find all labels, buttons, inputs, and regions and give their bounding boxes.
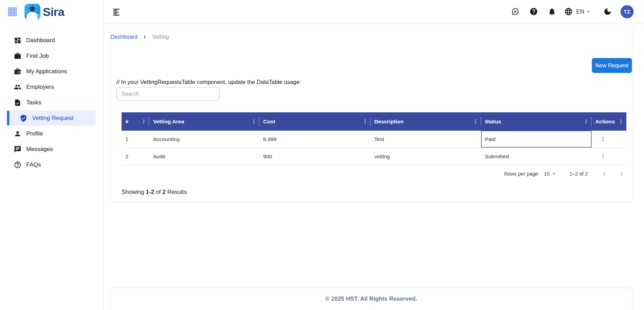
cell-status[interactable]: Submitted: [481, 148, 592, 165]
brand-name: Sira: [43, 5, 64, 19]
briefcase-clock-icon: [14, 68, 21, 75]
column-menu-icon[interactable]: [473, 119, 479, 124]
table-pagination: Rows per page: 10 1–2 of 2: [122, 167, 626, 181]
cell-cost: 8,999: [259, 131, 371, 148]
sidebar-item-tasks[interactable]: Tasks: [0, 95, 103, 110]
breadcrumb-link-dashboard[interactable]: Dashboard: [110, 34, 137, 40]
person-icon: [14, 130, 21, 138]
cell-status-focused[interactable]: Paid: [481, 131, 592, 148]
breadcrumb-current-vetting: Vetting: [152, 34, 169, 40]
sidebar-item-messages[interactable]: Messages: [0, 141, 103, 157]
rows-per-page-label: Rows per page:: [504, 171, 539, 177]
previous-page-icon[interactable]: [599, 169, 609, 179]
dark-mode-moon-icon[interactable]: [603, 7, 612, 16]
table-row: 2 Audit 900 vetting Submitted: [122, 148, 626, 165]
dev-note-text: // In your VettingRequestsTable componen…: [116, 79, 301, 85]
sidebar-item-dashboard[interactable]: Dashboard: [0, 32, 103, 48]
cell-actions: [592, 148, 626, 165]
table-header-row: # Vetting Area Cost Description Status: [122, 112, 626, 131]
cell-vetting-area: Audit: [149, 148, 259, 165]
main-content: Dashboard Vetting New Request // In your…: [104, 24, 644, 310]
sidebar-item-label: Tasks: [26, 99, 41, 106]
sidebar-item-profile[interactable]: Profile: [0, 126, 103, 141]
cell-description: vetting: [371, 148, 481, 165]
sidebar-item-label: FAQs: [26, 161, 41, 168]
people-icon: [14, 83, 21, 91]
cell-cost: 900: [259, 148, 371, 165]
column-menu-icon[interactable]: [251, 119, 257, 124]
chevron-right-icon: [142, 34, 148, 40]
cell-actions: [592, 131, 626, 148]
search-input[interactable]: [116, 87, 220, 101]
user-avatar[interactable]: TZ: [621, 5, 634, 18]
sidebar-item-label: Vetting Request: [32, 115, 74, 122]
column-menu-icon[interactable]: [618, 119, 624, 124]
sidebar-item-faqs[interactable]: FAQs: [0, 157, 103, 172]
cell-num: 2: [122, 148, 149, 165]
brand-logo[interactable]: Sira: [25, 4, 64, 20]
globe-icon: [564, 7, 573, 16]
cell-num: 1: [122, 131, 149, 148]
breadcrumb: Dashboard Vetting: [110, 34, 169, 40]
dashboard-icon: [14, 37, 21, 44]
topbar: EN TZ: [104, 0, 644, 24]
results-summary: Showing 1-2 of 2 Results: [122, 189, 187, 196]
chat-lines-icon: [14, 145, 21, 153]
column-menu-icon[interactable]: [141, 119, 147, 124]
sidebar-item-label: Profile: [26, 130, 43, 137]
sidebar-nav: Dashboard Find Job My Applications: [0, 32, 103, 172]
sidebar-item-label: Messages: [26, 146, 53, 153]
column-header-num[interactable]: #: [122, 112, 149, 131]
rows-per-page-select[interactable]: 10: [544, 170, 557, 177]
results-range: 1-2: [146, 189, 154, 195]
new-request-button[interactable]: New Request: [592, 58, 632, 73]
sidebar-item-employers[interactable]: Employers: [0, 79, 103, 95]
language-label: EN: [576, 8, 584, 15]
column-menu-icon[interactable]: [583, 119, 589, 124]
sidebar-item-label: Find Job: [26, 53, 49, 59]
notification-bell-icon[interactable]: [547, 7, 556, 16]
column-header-vetting-area[interactable]: Vetting Area: [149, 112, 259, 131]
row-actions-menu-icon[interactable]: [600, 153, 606, 160]
column-header-status[interactable]: Status: [481, 112, 592, 131]
sidebar-item-label: Dashboard: [26, 37, 55, 44]
sidebar-item-find-job[interactable]: Find Job: [0, 48, 103, 64]
column-header-cost[interactable]: Cost: [259, 112, 371, 131]
footer: © 2025 HST. All Rights Reserved.: [110, 288, 632, 310]
sidebar-item-label: My Applications: [26, 68, 67, 75]
column-header-actions[interactable]: Actions: [592, 112, 626, 131]
caret-down-icon: [585, 8, 592, 15]
table-row: 1 Accounting 8,999 Test Paid: [122, 131, 626, 148]
copyright-text: © 2025 HST. All Rights Reserved.: [325, 295, 417, 302]
row-actions-menu-icon[interactable]: [600, 136, 606, 142]
pagination-range: 1–2 of 2: [569, 171, 588, 177]
document-check-icon: [14, 99, 21, 106]
cell-description: Test: [371, 131, 481, 148]
briefcase-icon: [14, 52, 21, 60]
help-circle-icon: [14, 161, 21, 169]
topbar-actions: EN TZ: [511, 5, 644, 18]
shield-check-icon: [20, 114, 27, 122]
column-menu-icon[interactable]: [362, 119, 368, 124]
column-header-description[interactable]: Description: [371, 112, 481, 131]
brand-logo-icon: [25, 4, 40, 20]
rows-per-page-value: 10: [544, 171, 549, 177]
vetting-requests-table: # Vetting Area Cost Description Status: [122, 112, 626, 165]
language-selector[interactable]: EN: [564, 7, 592, 16]
chat-bubble-icon[interactable]: [511, 7, 520, 16]
sidebar-item-my-applications[interactable]: My Applications: [0, 64, 103, 79]
app-grid-icon[interactable]: [7, 7, 18, 17]
cell-vetting-area: Accounting: [149, 131, 259, 148]
hamburger-menu-icon[interactable]: [112, 7, 121, 17]
next-page-icon[interactable]: [617, 169, 626, 179]
help-icon[interactable]: [529, 7, 538, 16]
sidebar-item-vetting-request[interactable]: Vetting Request: [7, 110, 96, 126]
results-total: 2: [162, 189, 165, 195]
sidebar-item-label: Employers: [26, 84, 54, 91]
caret-down-icon: [550, 170, 557, 177]
logo-row: Sira: [0, 0, 103, 24]
app-screen: Sira Dashboard Find Job: [0, 0, 644, 310]
sidebar: Sira Dashboard Find Job: [0, 0, 104, 310]
